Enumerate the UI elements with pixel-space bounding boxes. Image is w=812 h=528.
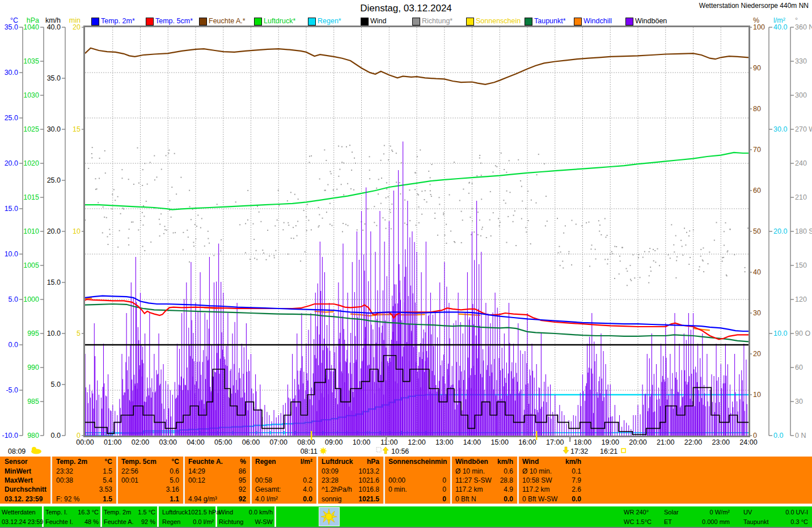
svg-text:40: 40 — [753, 268, 761, 276]
svg-text:1040: 1040 — [23, 23, 39, 31]
svg-text:5.0: 5.0 — [9, 295, 18, 303]
svg-text:0 N: 0 N — [795, 432, 806, 440]
svg-text:17:00: 17:00 — [546, 438, 564, 446]
weather-app-page: Dienstag, 03.12.2024 Wetterstation Niede… — [0, 0, 812, 528]
footer-cell: Temp. 2m1.5 °CFeuchte A.92 % — [102, 506, 157, 527]
svg-text:01:00: 01:00 — [104, 438, 121, 446]
svg-text:1020: 1020 — [23, 159, 39, 167]
svg-text:1000: 1000 — [23, 295, 39, 303]
series-Windchill — [315, 311, 334, 312]
svg-text:240: 240 — [795, 159, 807, 167]
svg-text:1015: 1015 — [23, 193, 39, 201]
svg-text:980: 980 — [27, 432, 39, 440]
svg-text:40.0: 40.0 — [47, 23, 61, 31]
weather-chart: 35.030.025.020.015.010.05.00.0-5.0-10.0°… — [0, 0, 812, 457]
svg-text:0.0: 0.0 — [51, 432, 61, 440]
svg-text:1035: 1035 — [23, 57, 39, 65]
svg-text:18:00: 18:00 — [574, 438, 591, 446]
svg-text:00:00: 00:00 — [76, 438, 94, 446]
svg-text:l/m²: l/m² — [773, 16, 785, 24]
svg-text:35.0: 35.0 — [5, 23, 18, 31]
svg-text:210: 210 — [795, 193, 807, 201]
svg-text:120: 120 — [795, 295, 807, 303]
footer-right-group: UV0.0 UV-ITaupunkt0.3 °C — [742, 506, 810, 527]
svg-text:03:00: 03:00 — [159, 438, 177, 446]
svg-text:5.0: 5.0 — [51, 381, 61, 388]
svg-text:330: 330 — [795, 57, 807, 65]
svg-text:360 N: 360 N — [795, 23, 812, 31]
svg-text:10: 10 — [73, 227, 81, 235]
footer-cell: Luftdruck1021.5 hPaRegen0.0 l/m² — [160, 506, 215, 527]
svg-text:°: ° — [795, 16, 798, 24]
svg-text:10.0: 10.0 — [47, 330, 61, 337]
svg-text:15.0: 15.0 — [5, 205, 18, 213]
svg-text:1030: 1030 — [23, 91, 39, 99]
stats-column: Windböenkm/hØ 10 min.0.611:27 S-SW28.811… — [451, 457, 515, 504]
footer-cell: Temp. I.16.3 °CFeuchte I.48 % — [44, 506, 100, 527]
stats-column: Feuchte A.%14:298600:1295924.94 g/m³92 — [184, 457, 248, 504]
svg-text:50: 50 — [753, 227, 761, 235]
svg-text:5: 5 — [77, 330, 81, 337]
svg-text:300: 300 — [795, 91, 807, 99]
svg-text:1025: 1025 — [23, 125, 39, 133]
svg-text:-5.0: -5.0 — [6, 386, 18, 394]
svg-text:10:00: 10:00 — [353, 438, 370, 446]
svg-text:14:00: 14:00 — [463, 438, 481, 446]
svg-text:180 S: 180 S — [795, 227, 812, 235]
svg-text:30.0: 30.0 — [773, 125, 787, 133]
svg-text:80: 80 — [753, 105, 761, 113]
series-wind-gusts — [85, 142, 747, 436]
svg-text:%: % — [753, 16, 759, 24]
svg-text:21:00: 21:00 — [657, 438, 674, 446]
series-Windchill — [85, 298, 92, 299]
svg-text:90: 90 — [753, 64, 761, 72]
footer-cell: Wetterdaten03.12.24 23:59 — [0, 506, 42, 527]
footer-cell: Wind0.0 km/hRichtungW-SW — [217, 506, 274, 527]
footer-right-group: Solar0 W/m²ET0.000 mm — [662, 506, 731, 527]
svg-text:24:00: 24:00 — [739, 438, 757, 446]
svg-text:15: 15 — [73, 125, 81, 133]
svg-text:19:00: 19:00 — [602, 438, 619, 446]
stats-column: Temp. 2m°C23:321.500:385.43.53F: 92 %1.5 — [52, 457, 115, 504]
svg-text:04:00: 04:00 — [187, 438, 204, 446]
svg-text:08:11: 08:11 — [301, 447, 318, 455]
svg-text:10:56: 10:56 — [391, 447, 409, 455]
svg-text:min: min — [69, 16, 81, 24]
stats-column: Temp. 5cm°C22:560.600:015.03.161.1 — [117, 457, 181, 504]
svg-text:10.0: 10.0 — [773, 330, 787, 337]
svg-text:15.0: 15.0 — [47, 278, 61, 286]
svg-text:16:21: 16:21 — [600, 447, 618, 455]
svg-text:995: 995 — [27, 330, 39, 337]
svg-text:15:00: 15:00 — [491, 438, 509, 446]
svg-text:02:00: 02:00 — [132, 438, 149, 446]
svg-text:-10.0: -10.0 — [2, 432, 19, 440]
svg-text:100: 100 — [753, 23, 765, 31]
svg-text:17:32: 17:32 — [570, 447, 588, 455]
svg-text:20.0: 20.0 — [773, 227, 787, 235]
svg-text:30: 30 — [795, 398, 803, 405]
svg-text:10.0: 10.0 — [5, 250, 18, 258]
sun-icon — [319, 508, 339, 526]
svg-text:°C: °C — [10, 16, 18, 24]
svg-text:70: 70 — [753, 146, 761, 154]
svg-text:km/h: km/h — [45, 16, 61, 24]
svg-text:20.0: 20.0 — [5, 159, 18, 167]
svg-text:16:00: 16:00 — [518, 438, 536, 446]
svg-text:08:09: 08:09 — [8, 447, 26, 455]
svg-text:20.0: 20.0 — [47, 227, 61, 235]
svg-text:985: 985 — [27, 398, 39, 405]
svg-text:13:00: 13:00 — [435, 438, 453, 446]
svg-text:20:00: 20:00 — [629, 438, 646, 446]
svg-text:40.0: 40.0 — [773, 23, 787, 31]
svg-text:35.0: 35.0 — [47, 74, 61, 82]
series-Windchill — [458, 314, 480, 315]
stats-column: Windkm/hØ 10 min.0.110:58 SW7.9117.2 km2… — [518, 457, 583, 504]
svg-text:30.0: 30.0 — [5, 69, 18, 77]
svg-text:0.0: 0.0 — [773, 432, 783, 440]
svg-text:05:00: 05:00 — [214, 438, 232, 446]
svg-text:20: 20 — [73, 23, 81, 31]
svg-text:60: 60 — [753, 187, 761, 195]
svg-text:60: 60 — [795, 364, 803, 371]
svg-text:22:00: 22:00 — [684, 438, 702, 446]
svg-text:150: 150 — [795, 261, 807, 269]
